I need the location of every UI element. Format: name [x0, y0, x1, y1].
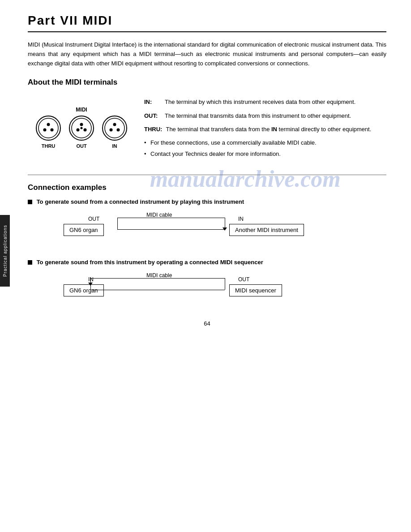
connector-thru: THRU [35, 115, 62, 149]
diagram-1-cable-label: MIDI cable [146, 212, 172, 218]
side-tab-label: Practical applications [3, 225, 8, 277]
terminal-thru-desc: The terminal that transfers data from th… [166, 125, 386, 134]
connector-in: IN [101, 115, 128, 149]
bullet-square-2 [28, 260, 32, 265]
diagram-2-from-label: IN [88, 276, 94, 283]
terminals-section: MIDI THRU [28, 93, 386, 161]
bullet-item-1: For these connections, use a commerciall… [144, 138, 386, 147]
diagram-1: GN6 organ OUT MIDI cable IN Another MIDI [64, 210, 386, 246]
terminals-info: IN: The terminal by which this instrumen… [144, 93, 386, 161]
terminal-out-desc: The terminal that transmits data from th… [165, 112, 386, 120]
terminal-in-label: IN: [144, 98, 161, 107]
diagram-1-from-box: GN6 organ [64, 224, 104, 236]
bullet-square-1 [28, 200, 32, 204]
connection-desc-1: To generate sound from a connected instr… [28, 198, 386, 205]
page-content: Part VII MIDI MIDI (Musical Instrument D… [19, 0, 395, 532]
terminal-in: IN: The terminal by which this instrumen… [144, 98, 386, 107]
connection-example-2: To generate sound from this instrument b… [28, 259, 386, 307]
diagram-2-to-label: OUT [238, 276, 249, 283]
svg-point-15 [117, 129, 120, 132]
diagram-1-from-label: OUT [88, 216, 99, 222]
in-connector-icon [101, 115, 128, 142]
svg-point-3 [43, 129, 47, 132]
diagram-2-to-box: MIDI sequencer [229, 284, 282, 296]
svg-point-7 [80, 123, 83, 126]
thru-label: THRU [42, 143, 56, 149]
connection-section: Connection examples To generate sound fr… [28, 183, 386, 307]
connection-heading: Connection examples [28, 183, 386, 192]
terminals-diagram: MIDI THRU [28, 93, 135, 161]
page-title: Part VII MIDI [28, 13, 386, 32]
section-divider [28, 175, 386, 175]
diagram-2-cable-label: MIDI cable [146, 272, 172, 279]
intro-paragraph: MIDI (Musical Instrument Digital Interfa… [28, 40, 386, 68]
bullet-list: For these connections, use a commerciall… [144, 138, 386, 159]
terminal-out: OUT: The terminal that transmits data fr… [144, 112, 386, 120]
diagram-2-bracket-left [90, 278, 91, 290]
terminal-thru: THRU: The terminal that transfers data f… [144, 125, 386, 134]
terminal-in-desc: The terminal by which this instrument re… [165, 98, 386, 107]
svg-point-14 [110, 129, 113, 132]
svg-point-0 [36, 116, 60, 140]
diagram-1-to-label: IN [238, 216, 244, 222]
connection-desc-2: To generate sound from this instrument b… [28, 259, 386, 266]
in-label: IN [112, 143, 117, 149]
bullet-item-2: Contact your Technics dealer for more in… [144, 150, 386, 159]
svg-point-10 [81, 127, 83, 129]
svg-point-4 [51, 129, 54, 132]
svg-point-2 [47, 123, 50, 126]
side-tab: Practical applications [0, 215, 10, 287]
terminal-thru-label: THRU: [144, 125, 162, 134]
connector-out: OUT [68, 115, 95, 149]
terminals-heading: About the MIDI terminals [28, 78, 386, 87]
diagram-2-bracket-right [225, 278, 225, 290]
diagram-2-line [90, 290, 225, 290]
out-label: OUT [76, 143, 86, 149]
svg-point-9 [84, 129, 87, 132]
diagram-1-arrowhead [223, 227, 227, 231]
svg-point-8 [77, 129, 80, 132]
diagram-1-to-box: Another MIDI instrument [229, 224, 304, 236]
midi-label: MIDI [76, 107, 87, 113]
svg-point-13 [113, 123, 116, 126]
connectors-row: THRU OUT [35, 115, 128, 149]
terminal-out-label: OUT: [144, 112, 161, 120]
page-number: 64 [28, 320, 386, 327]
diagram-2: GN6 organ IN MIDI cable OUT MIDI sequenc… [64, 271, 386, 307]
svg-point-11 [103, 116, 127, 140]
out-connector-icon [68, 115, 95, 142]
diagram-1-line [117, 229, 225, 230]
diagram-1-bracket-left [117, 218, 118, 229]
diagram-2-from-box: GN6 organ [64, 284, 104, 296]
connection-example-1: To generate sound from a connected instr… [28, 198, 386, 246]
thru-connector-icon [35, 115, 62, 142]
